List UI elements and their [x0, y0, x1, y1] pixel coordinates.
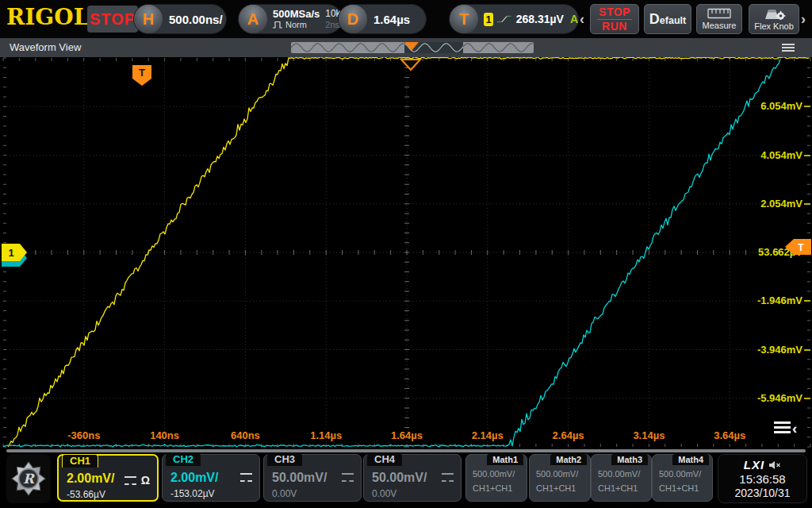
math3-scale: 500.00mV/	[598, 469, 640, 479]
dc-coupling-icon	[342, 473, 354, 482]
ch2-tab[interactable]: CH2	[166, 453, 201, 466]
toolbar-prev-icon[interactable]: ‹	[580, 10, 584, 28]
volt-label: -5.946mV	[731, 392, 802, 404]
horizontal-knob-icon[interactable]: H	[134, 5, 163, 33]
stop-run-button[interactable]: STOP RUN	[590, 4, 639, 34]
time-label: 2.64µs	[535, 429, 602, 441]
math3-box[interactable]: Math3 500.00mV/ CH1+CH1	[591, 454, 652, 502]
ch1-offset-marker[interactable]: 1	[2, 244, 27, 261]
math3-tab[interactable]: Math3	[611, 454, 648, 465]
ch2-offset-marker[interactable]	[2, 249, 27, 267]
delay-value: 1.64µs	[373, 13, 410, 26]
run-state-indicator[interactable]: STOP	[87, 6, 138, 33]
math2-scale: 500.00mV/	[536, 469, 578, 479]
ch2-trace	[3, 60, 780, 447]
math4-box[interactable]: Math4 500.00mV/ CH1+CH1	[652, 454, 713, 502]
math1-tab[interactable]: Math1	[487, 454, 523, 465]
volt-tick	[804, 252, 810, 253]
stop-label: STOP	[599, 6, 630, 18]
ch3-tab[interactable]: CH3	[267, 453, 302, 466]
ch4-tab[interactable]: CH4	[367, 453, 402, 466]
ch2-box[interactable]: CH2 2.00mV/ -153.02µV	[162, 454, 260, 502]
rising-edge-icon	[497, 13, 511, 25]
ch1-tab[interactable]: CH1	[62, 454, 98, 468]
impedance-label: Ω	[141, 474, 150, 487]
time-label: 2.14µs	[454, 429, 521, 441]
ch2-scale: 2.00mV/	[170, 471, 218, 485]
default-button[interactable]: Default	[644, 4, 691, 34]
dc-coupling-icon	[124, 476, 136, 485]
ch4-box[interactable]: CH4 50.00mV/ 0.00V	[363, 454, 462, 502]
trigger-status: A	[570, 13, 578, 25]
view-title-bar: Waveform View	[0, 38, 812, 57]
volt-tick	[804, 155, 810, 156]
ch1-trace	[8, 57, 809, 447]
svg-text:1: 1	[8, 247, 13, 259]
math4-tab[interactable]: Math4	[672, 454, 709, 465]
volt-label: -1.946mV	[731, 294, 802, 306]
system-date: 2023/10/31	[734, 487, 790, 499]
ch1-scale: 2.00mV/	[67, 471, 114, 486]
volt-tick	[804, 106, 810, 107]
math4-expression: CH1+CH1	[659, 483, 699, 493]
volt-tick	[804, 300, 810, 302]
gear-icon: R	[10, 460, 47, 497]
record-navigator[interactable]	[291, 41, 534, 54]
acquire-mode: Norm	[285, 20, 307, 30]
math2-box[interactable]: Math2 500.00mV/ CH1+CH1	[529, 454, 591, 502]
speaker-muted-icon	[768, 460, 781, 470]
horizontal-scrollbar[interactable]	[6, 449, 806, 452]
sample-rate: 500MSa/s	[273, 9, 320, 19]
flex-knob-button[interactable]: Flex Knob	[749, 4, 799, 34]
math2-expression: CH1+CH1	[536, 483, 576, 493]
oscilloscope-screen: RIGOL STOP H 500.00ns/ A 500MSa/s Norm 1…	[0, 0, 812, 508]
volt-tick	[804, 349, 810, 351]
default-initial: D	[649, 11, 660, 27]
time-label: 140ns	[132, 429, 198, 441]
time-label: 640ns	[212, 429, 278, 441]
ruler-icon	[707, 8, 731, 19]
trigger-pill[interactable]: T 1 268.31µV A	[449, 4, 579, 34]
svg-text:T: T	[139, 67, 145, 79]
volt-label: 6.054mV	[731, 100, 802, 112]
volt-label: 53.662µV	[731, 246, 802, 258]
dc-coupling-icon	[240, 473, 252, 482]
math1-scale: 500.00mV/	[473, 469, 515, 479]
acquisition-knob-icon[interactable]: A	[239, 5, 267, 33]
knob-gear-icon	[762, 8, 786, 20]
svg-text:R: R	[23, 471, 35, 487]
delay-knob-icon[interactable]: D	[339, 5, 367, 33]
flex-knob-label: Flex Knob	[754, 21, 794, 31]
volt-tick	[804, 203, 810, 205]
horizontal-scale-value: 500.00ns/	[169, 13, 223, 26]
trigger-level-value: 268.31µV	[516, 13, 564, 25]
volt-label: 2.054mV	[731, 198, 802, 210]
math1-box[interactable]: Math1 500.00mV/ CH1+CH1	[465, 454, 527, 502]
delay-pill[interactable]: D 1.64µs	[338, 4, 427, 34]
math2-tab[interactable]: Math2	[550, 454, 587, 465]
pulse-icon	[273, 21, 283, 29]
status-box[interactable]: LXI 15:36:58 2023/10/31	[718, 454, 807, 503]
horizontal-scale-pill[interactable]: H 500.00ns/	[133, 4, 227, 34]
toolbar-next-icon[interactable]: ›	[801, 10, 806, 28]
trigger-delay-marker[interactable]	[401, 60, 420, 70]
ch4-offset: 0.00V	[372, 488, 396, 499]
ch1-box[interactable]: CH1 2.00mV/ Ω -53.66µV	[57, 454, 159, 502]
expand-menu-icon[interactable]: ‹	[774, 421, 797, 436]
time-label: 3.14µs	[615, 429, 682, 441]
rigol-logo: RIGOL	[6, 4, 89, 30]
trigger-source-badge: 1	[484, 13, 493, 26]
rigol-gear-logo[interactable]: R	[6, 454, 51, 503]
measure-button[interactable]: Measure	[696, 4, 742, 34]
top-bar: RIGOL STOP H 500.00ns/ A 500MSa/s Norm 1…	[0, 0, 812, 38]
acquisition-pill[interactable]: A 500MSa/s Norm 10kpts 2ns/pt	[238, 4, 343, 34]
menu-icon[interactable]	[782, 44, 795, 53]
ch3-box[interactable]: CH3 50.00mV/ 0.00V	[263, 454, 362, 502]
time-label: 1.14µs	[293, 429, 359, 441]
ch2-offset: -153.02µV	[170, 488, 215, 499]
trigger-position-flag[interactable]: T	[132, 65, 151, 86]
ch3-scale: 50.00mV/	[272, 471, 327, 485]
ch3-offset: 0.00V	[272, 488, 297, 499]
trigger-knob-icon[interactable]: T	[450, 5, 478, 33]
channel-bar: R CH1 2.00mV/ Ω -53.66µV CH2 2.00mV/ -15…	[0, 454, 812, 506]
